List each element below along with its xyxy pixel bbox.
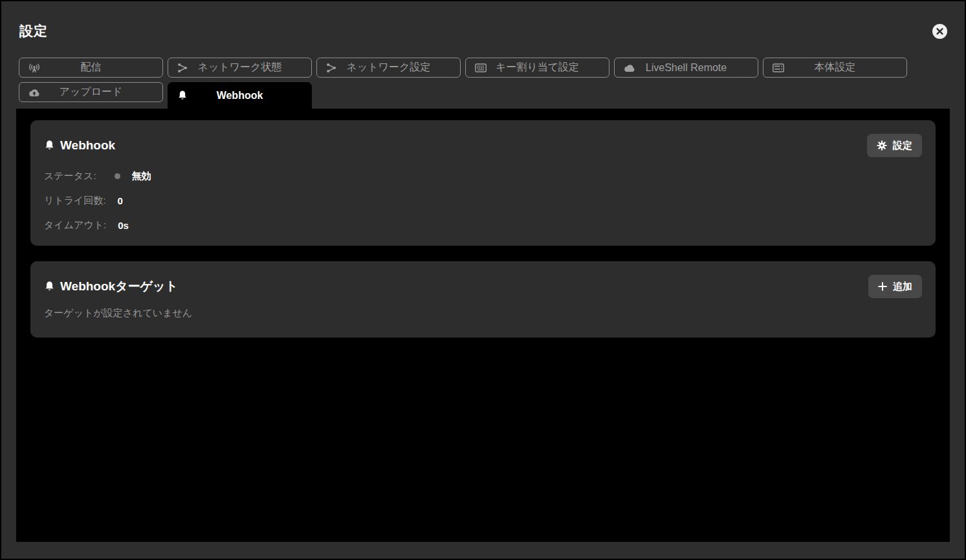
broadcast-icon (28, 63, 40, 72)
close-button[interactable] (932, 24, 947, 39)
tab-streaming[interactable]: 配信 (19, 58, 163, 78)
tab-label: 本体設定 (815, 61, 856, 74)
webhook-settings-button[interactable]: 設定 (867, 134, 922, 157)
tab-row-1: 配信 ネットワーク状態 ネットワーク設定 (19, 58, 947, 78)
tab-label: キー割り当て設定 (496, 61, 579, 74)
tab-row-2: アップロード Webhook (19, 82, 947, 109)
tab-label: ネットワーク設定 (347, 61, 431, 74)
retry-label: リトライ回数: (44, 195, 106, 207)
status-field: ステータス: 無効 (44, 169, 922, 182)
tab-label: LiveShell Remote (646, 62, 727, 74)
timeout-value: 0s (118, 220, 129, 231)
webhook-fields: ステータス: 無効 リトライ回数: 0 タイムアウト: 0s (44, 169, 922, 232)
timeout-label: タイムアウト: (44, 219, 106, 232)
close-icon (936, 27, 944, 36)
window-title: 設定 (19, 22, 48, 40)
tab-network-status[interactable]: ネットワーク状態 (168, 58, 312, 78)
webhook-targets-card: Webhookターゲット 追加 ターゲットが設定されていません (30, 261, 936, 338)
button-label: 設定 (893, 140, 912, 152)
webhook-card-header: Webhook 設定 (44, 134, 922, 157)
tab-label: ネットワーク状態 (198, 61, 282, 74)
status-dot-icon (115, 173, 120, 179)
card-title-text: Webhook (60, 138, 115, 153)
cloud-upload-icon (28, 88, 40, 96)
tab-upload[interactable]: アップロード (19, 82, 163, 102)
targets-empty-message: ターゲットが設定されていません (44, 307, 922, 319)
tab-network-settings[interactable]: ネットワーク設定 (316, 58, 461, 78)
retry-value: 0 (118, 195, 123, 206)
network-nodes-icon (326, 63, 336, 73)
webhook-card: Webhook 設定 (30, 120, 936, 246)
status-value: 無効 (132, 170, 151, 182)
tab-webhook[interactable]: Webhook (168, 82, 312, 109)
keyboard-icon (475, 63, 487, 72)
bell-icon (44, 281, 55, 292)
device-icon (773, 63, 784, 72)
tab-device-settings[interactable]: 本体設定 (763, 58, 907, 78)
plus-icon (878, 282, 887, 291)
targets-card-title: Webhookターゲット (44, 278, 178, 295)
network-nodes-icon (177, 63, 188, 73)
titlebar: 設定 (1, 1, 965, 40)
webhook-panel: Webhook 設定 (16, 109, 950, 542)
bell-icon (177, 90, 188, 101)
tab-label: アップロード (60, 85, 123, 99)
retry-field: リトライ回数: 0 (44, 194, 922, 207)
targets-card-header: Webhookターゲット 追加 (44, 275, 922, 298)
tab-strip: 配信 ネットワーク状態 ネットワーク設定 (19, 58, 947, 109)
add-target-button[interactable]: 追加 (868, 275, 922, 298)
bell-icon (44, 140, 55, 151)
tab-label: Webhook (217, 90, 263, 102)
button-label: 追加 (893, 281, 912, 293)
tab-label: 配信 (81, 61, 102, 74)
tab-liveshell-remote[interactable]: LiveShell Remote (614, 58, 758, 78)
tab-key-assignment[interactable]: キー割り当て設定 (465, 58, 609, 78)
gear-icon (877, 140, 887, 151)
timeout-field: タイムアウト: 0s (44, 219, 922, 232)
cloud-icon (624, 63, 635, 72)
status-label: ステータス: (44, 170, 96, 182)
webhook-card-title: Webhook (44, 138, 115, 153)
card-title-text: Webhookターゲット (60, 278, 178, 295)
